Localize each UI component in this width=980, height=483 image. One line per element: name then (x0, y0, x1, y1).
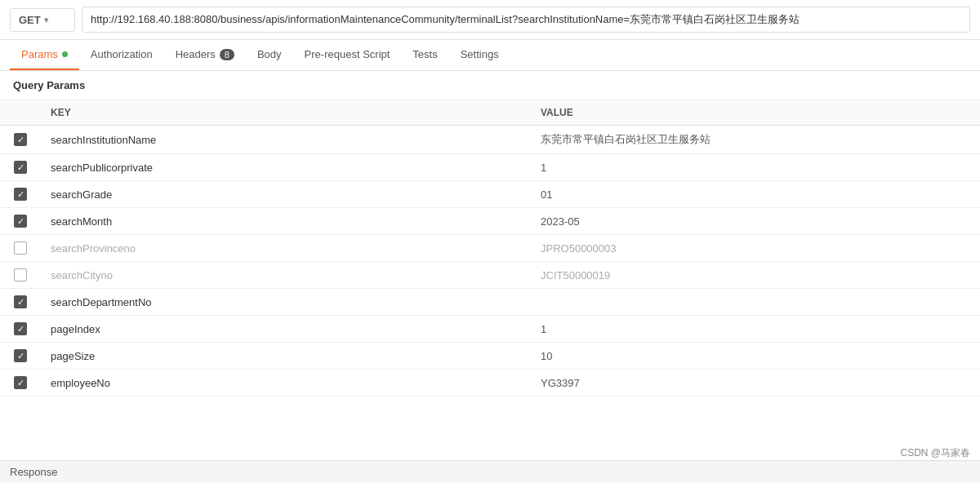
param-key[interactable]: searchDepartmentNo (41, 289, 531, 316)
param-key[interactable]: employeeNo (41, 370, 531, 397)
param-key[interactable]: searchMonth (41, 208, 531, 235)
param-key[interactable]: searchGrade (41, 181, 531, 208)
table-row: searchPublicorprivate1 (0, 154, 980, 181)
param-key[interactable]: pageSize (41, 343, 531, 370)
param-value[interactable]: YG3397 (531, 370, 980, 397)
table-row: searchProvincenoJPRO50000003 (0, 235, 980, 262)
table-row: searchCitynoJCIT50000019 (0, 262, 980, 289)
tab-body[interactable]: Body (246, 40, 293, 70)
chevron-down-icon: ▾ (44, 16, 48, 24)
col-value: VALUE (531, 100, 980, 126)
param-key[interactable]: pageIndex (41, 316, 531, 343)
table-row: employeeNoYG3397 (0, 370, 980, 397)
row-checkbox[interactable] (14, 161, 27, 174)
tab-headers[interactable]: Headers 8 (164, 40, 246, 70)
tab-tests-label: Tests (412, 48, 437, 60)
row-checkbox[interactable] (14, 322, 27, 335)
param-key[interactable]: searchProvinceno (41, 235, 531, 262)
tab-body-label: Body (257, 48, 282, 60)
row-checkbox[interactable] (14, 295, 27, 308)
param-value[interactable]: 东莞市常平镇白石岗社区卫生服务站 (531, 126, 980, 154)
tab-authorization[interactable]: Authorization (79, 40, 164, 70)
table-row: pageSize10 (0, 343, 980, 370)
content-area: Query Params KEY VALUE searchInstitution… (0, 71, 980, 397)
param-value[interactable]: 1 (531, 316, 980, 343)
row-checkbox[interactable] (14, 133, 27, 146)
param-value[interactable]: 2023-05 (531, 208, 980, 235)
param-key[interactable]: searchInstitutionName (41, 126, 531, 154)
param-key[interactable]: searchPublicorprivate (41, 154, 531, 181)
url-input[interactable]: http://192.168.40.188:8080/business/apis… (82, 7, 970, 33)
tab-params-label: Params (21, 48, 58, 60)
url-bar: GET ▾ http://192.168.40.188:8080/busines… (0, 0, 980, 40)
tab-tests[interactable]: Tests (401, 40, 448, 70)
params-table: KEY VALUE searchInstitutionName东莞市常平镇白石岗… (0, 100, 980, 397)
param-value[interactable]: JCIT50000019 (531, 262, 980, 289)
col-key: KEY (41, 100, 531, 126)
tab-authorization-label: Authorization (91, 48, 153, 60)
row-checkbox[interactable] (14, 215, 27, 228)
table-row: pageIndex1 (0, 316, 980, 343)
tab-headers-label: Headers (176, 48, 216, 60)
tab-pre-request-label: Pre-request Script (305, 48, 390, 60)
method-selector[interactable]: GET ▾ (10, 8, 75, 32)
table-row: searchGrade01 (0, 181, 980, 208)
row-checkbox[interactable] (14, 268, 27, 281)
query-params-title: Query Params (0, 71, 980, 100)
row-checkbox[interactable] (14, 242, 27, 255)
tab-pre-request-script[interactable]: Pre-request Script (293, 40, 402, 70)
param-value[interactable]: 10 (531, 343, 980, 370)
headers-badge: 8 (220, 49, 234, 60)
row-checkbox[interactable] (14, 188, 27, 201)
tab-params[interactable]: Params (10, 40, 79, 70)
param-value[interactable]: 1 (531, 154, 980, 181)
tab-settings[interactable]: Settings (449, 40, 510, 70)
tabs-bar: Params Authorization Headers 8 Body Pre-… (0, 40, 980, 71)
row-checkbox[interactable] (14, 376, 27, 389)
param-key[interactable]: searchCityno (41, 262, 531, 289)
row-checkbox[interactable] (14, 349, 27, 362)
param-value[interactable] (531, 289, 980, 316)
params-dot (62, 51, 68, 57)
param-value[interactable]: JPRO50000003 (531, 235, 980, 262)
col-checkbox (0, 100, 41, 126)
table-header-row: KEY VALUE (0, 100, 980, 126)
tab-settings-label: Settings (461, 48, 499, 60)
table-row: searchInstitutionName东莞市常平镇白石岗社区卫生服务站 (0, 126, 980, 154)
table-row: searchDepartmentNo (0, 289, 980, 316)
table-row: searchMonth2023-05 (0, 208, 980, 235)
param-value[interactable]: 01 (531, 181, 980, 208)
method-label: GET (19, 14, 41, 26)
